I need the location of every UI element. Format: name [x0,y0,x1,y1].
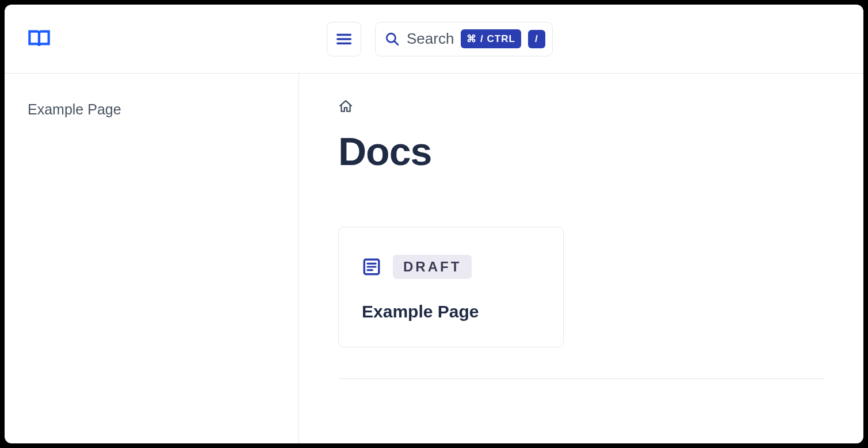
main-content: Docs DRAFT Example Page [299,74,863,443]
status-badge: DRAFT [393,255,472,279]
kbd-hint-modifier: ⌘ / CTRL [461,29,521,48]
doc-card-example-page[interactable]: DRAFT Example Page [338,227,564,347]
logo[interactable] [28,28,51,51]
app-header: Search ⌘ / CTRL / [5,5,863,74]
search-icon [385,32,400,47]
sidebar-item-example-page[interactable]: Example Page [28,101,276,118]
breadcrumb-home[interactable] [338,106,353,116]
breadcrumb [338,99,824,116]
svg-line-4 [394,41,398,45]
page-title: Docs [338,129,824,174]
section-divider [338,378,824,379]
search-button[interactable]: Search ⌘ / CTRL / [375,22,553,56]
book-open-icon [28,28,51,51]
card-title: Example Page [362,302,540,321]
card-header: DRAFT [362,255,540,279]
home-icon [338,99,353,114]
search-placeholder: Search [407,30,454,48]
document-icon [362,257,381,277]
hamburger-icon [335,30,353,48]
kbd-hint-key: / [528,30,545,48]
sidebar: Example Page [5,74,299,443]
sidebar-item-label: Example Page [28,101,121,117]
menu-button[interactable] [327,22,361,56]
